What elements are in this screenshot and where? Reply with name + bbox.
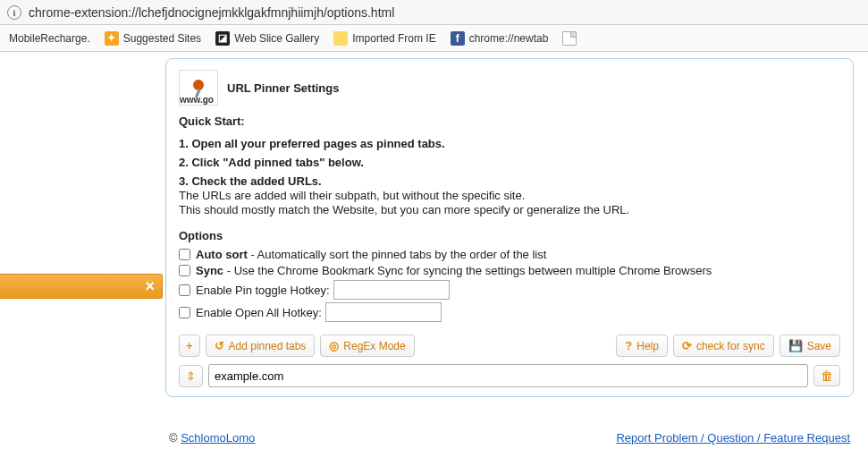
bookmark-item[interactable]: MobileRecharge. (2, 25, 97, 51)
side-panel-stub[interactable]: × (0, 274, 163, 299)
quick-start-note: The URLs are added will their subpath, b… (179, 189, 840, 202)
check-sync-button[interactable]: ⟳check for sync (673, 335, 774, 357)
url-entry-row: ⇕ 🗑 (179, 364, 840, 387)
save-icon: 💾 (788, 339, 803, 352)
save-button[interactable]: 💾Save (780, 335, 840, 357)
option-autosort: Auto sort - Automatically sort the pinne… (179, 248, 840, 261)
open-hotkey-label: Enable Open All Hotkey: (196, 306, 322, 319)
pin-hotkey-checkbox[interactable] (179, 284, 190, 296)
quick-start-step: 3. Check the added URLs. (179, 174, 840, 188)
plus-icon: + (186, 339, 193, 352)
address-url: chrome-extension://lchefjdnocignejmkklga… (29, 5, 394, 20)
bookmarks-bar: MobileRecharge. ✦Suggested Sites ◪Web Sl… (0, 25, 868, 52)
quick-start-step: 2. Click "Add pinned tabs" below. (179, 156, 840, 169)
bookmark-label: MobileRecharge. (9, 32, 90, 45)
button-bar: + ↺Add pinned tabs ◎RegEx Mode ?Help ⟳ch… (179, 335, 840, 357)
help-icon: ? (625, 339, 632, 352)
pin-hotkey-label: Enable Pin toggle Hotkey: (196, 284, 330, 297)
option-sync: Sync - Use the Chrome Bookmark Sync for … (179, 264, 840, 277)
sync-icon: ⟳ (682, 339, 692, 352)
folder-icon (333, 31, 348, 46)
logo-text: www.go (180, 95, 214, 105)
sync-label: Sync - Use the Chrome Bookmark Sync for … (196, 264, 712, 277)
pin-hotkey-input[interactable] (333, 280, 450, 300)
quick-start-note: This should mostly match the Website, bu… (179, 203, 840, 216)
footer: © SchlomoLomo Report Problem / Question … (165, 431, 854, 445)
bookmark-item[interactable]: fchrome://newtab (443, 25, 556, 51)
autosort-checkbox[interactable] (179, 249, 190, 260)
trash-icon: 🗑 (821, 369, 833, 383)
panel-header: www.go URL Pinner Settings (179, 70, 840, 106)
bookmark-label: chrome://newtab (469, 32, 549, 45)
bookmark-item[interactable] (555, 25, 588, 51)
autosort-label: Auto sort - Automatically sort the pinne… (196, 248, 546, 261)
help-button[interactable]: ?Help (616, 335, 668, 357)
add-pinned-tabs-button[interactable]: ↺Add pinned tabs (206, 335, 316, 357)
regex-mode-button[interactable]: ◎RegEx Mode (320, 335, 414, 357)
author-link[interactable]: SchlomoLomo (181, 431, 255, 445)
settings-panel: www.go URL Pinner Settings Quick Start: … (165, 58, 854, 397)
panel-title: URL Pinner Settings (227, 81, 339, 95)
app-logo: www.go (179, 70, 218, 106)
bookmark-item[interactable]: ◪Web Slice Gallery (208, 25, 326, 51)
bookmark-label: Imported From IE (352, 32, 435, 45)
sync-checkbox[interactable] (179, 265, 190, 276)
regex-icon: ◎ (329, 339, 339, 352)
copyright: © SchlomoLomo (169, 431, 255, 445)
delete-button[interactable]: 🗑 (813, 365, 840, 386)
bookmark-item[interactable]: Imported From IE (326, 25, 442, 51)
bookmark-icon: ✦ (105, 31, 119, 46)
bookmark-icon: ◪ (215, 31, 230, 46)
open-hotkey-checkbox[interactable] (179, 307, 190, 318)
open-hotkey-input[interactable] (325, 302, 442, 322)
document-icon (562, 31, 577, 46)
bookmark-item[interactable]: ✦Suggested Sites (97, 25, 208, 51)
report-link[interactable]: Report Problem / Question / Feature Requ… (616, 431, 850, 445)
bookmark-label: Suggested Sites (123, 32, 201, 45)
address-bar[interactable]: i chrome-extension://lchefjdnocignejmkkl… (0, 0, 868, 25)
quick-start-step: 1. Open all your preferred pages as pinn… (179, 137, 840, 150)
info-icon: i (7, 5, 21, 20)
facebook-icon: f (451, 31, 465, 46)
option-open-hotkey: Enable Open All Hotkey: (179, 302, 840, 322)
url-input[interactable] (208, 364, 808, 387)
reload-icon: ↺ (215, 339, 224, 352)
pin-icon (190, 80, 206, 96)
options-heading: Options (179, 229, 840, 242)
add-button[interactable]: + (179, 335, 200, 357)
bookmark-label: Web Slice Gallery (234, 32, 319, 45)
option-pin-hotkey: Enable Pin toggle Hotkey: (179, 280, 840, 300)
drag-handle-icon[interactable]: ⇕ (179, 365, 203, 387)
close-icon[interactable]: × (145, 277, 155, 296)
quick-start-heading: Quick Start: (179, 114, 840, 128)
